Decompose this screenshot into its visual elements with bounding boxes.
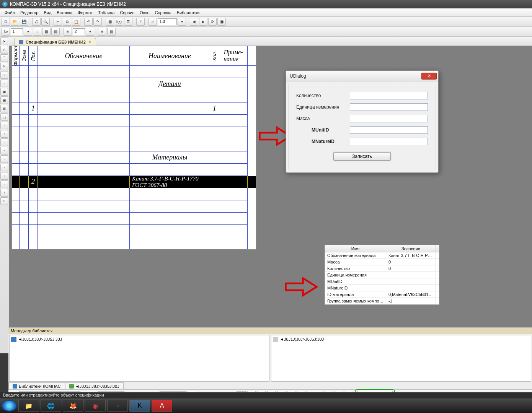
spec-row-empty[interactable]: [12, 66, 256, 78]
task-app2[interactable]: ▫: [107, 400, 128, 412]
spec-row-selected[interactable]: 2 Канат 3,7-Г-В-С-Н-Р-1770 ГОСТ 3067-88: [12, 176, 256, 188]
input-mass[interactable]: [350, 115, 428, 122]
text-a-icon[interactable]: A: [0, 46, 8, 54]
task-chrome[interactable]: 🌐: [41, 400, 61, 412]
menu-format[interactable]: Формат: [75, 10, 95, 16]
grid-row-6[interactable]: ID материала0;Material:V63C5B31DD...: [325, 291, 439, 298]
style-dd-icon[interactable]: ▾: [86, 28, 94, 36]
zoom-dropdown-icon[interactable]: ▾: [178, 18, 186, 26]
page-dd-icon[interactable]: ▾: [24, 28, 32, 36]
grid-row-0[interactable]: Обозначение материалаКанат 3,7-Г-В-С-Н-Р…: [325, 252, 439, 259]
spec-section-details[interactable]: Детали: [12, 78, 256, 90]
library-pane-left[interactable]: ◄J8J1J;J8J>J8J5J:J0J: [9, 335, 269, 382]
input-unit[interactable]: [350, 103, 428, 111]
spec-row-empty6[interactable]: [12, 164, 256, 176]
spec-section-materials[interactable]: Материалы: [12, 151, 256, 164]
nav-prev-icon[interactable]: ◀: [190, 18, 198, 26]
input-qty[interactable]: [350, 92, 428, 99]
grid-row-2[interactable]: Количество0: [325, 265, 439, 272]
undo-icon[interactable]: ↶: [84, 18, 93, 26]
tool13-icon[interactable]: ▫: [0, 172, 8, 180]
spec-row-empty10[interactable]: [12, 225, 256, 237]
grid-row-5[interactable]: MNatureID: [325, 285, 439, 291]
align-icon[interactable]: ≡: [64, 28, 72, 36]
fx-icon[interactable]: f(x): [115, 18, 123, 26]
tool5-icon[interactable]: ☰: [0, 105, 8, 112]
spec-row-empty11[interactable]: [12, 237, 256, 249]
print-icon[interactable]: 🖨: [32, 18, 41, 26]
menu-table[interactable]: Таблица: [96, 10, 117, 16]
cut-icon[interactable]: ✂: [54, 18, 62, 26]
refresh-icon[interactable]: ⟳: [208, 18, 217, 26]
tool9-icon[interactable]: ▫: [0, 138, 8, 146]
tool14-icon[interactable]: ▫: [0, 180, 8, 188]
style-input[interactable]: [73, 28, 85, 35]
close-tab-icon[interactable]: ×: [88, 40, 92, 44]
window-tile-icon[interactable]: ▣: [217, 18, 226, 26]
nav-next-icon[interactable]: ▶: [199, 18, 207, 26]
spec-icon[interactable]: ☰: [0, 54, 8, 62]
input-munitid[interactable]: [350, 126, 428, 134]
page-input[interactable]: [11, 28, 23, 35]
menu-service[interactable]: Сервис: [117, 10, 137, 16]
save-icon[interactable]: 💾: [20, 18, 28, 26]
cursor-icon[interactable]: ➤: [0, 37, 8, 45]
list-icon[interactable]: ≡: [98, 28, 106, 36]
write-button[interactable]: Записать: [333, 152, 391, 161]
number-icon[interactable]: №: [2, 28, 10, 36]
spec-row-empty8[interactable]: [12, 200, 256, 213]
vars-icon[interactable]: ≣: [124, 18, 132, 26]
tool7-icon[interactable]: ▫: [0, 122, 8, 129]
tool10-icon[interactable]: ▫: [0, 147, 8, 154]
tool8-icon[interactable]: ▫: [0, 130, 8, 138]
sigma-icon[interactable]: Σ: [0, 197, 8, 205]
tool3-icon[interactable]: ▣: [0, 88, 8, 96]
paste-icon[interactable]: 📋: [72, 18, 80, 26]
document-tab[interactable]: Спецификация БЕЗ ИМЕНИ2 ×: [15, 38, 96, 46]
input-mnatureid[interactable]: [350, 138, 428, 145]
zoom-fit-icon[interactable]: ⤢: [149, 18, 157, 26]
grid-row-4[interactable]: MUnitID: [325, 278, 439, 285]
redo-icon[interactable]: ↷: [93, 18, 102, 26]
new-icon[interactable]: 🗋: [2, 18, 10, 26]
menu-insert[interactable]: Вставка: [54, 10, 75, 16]
menu-file[interactable]: Файл: [2, 10, 17, 16]
tool1-icon[interactable]: ▫: [0, 71, 8, 79]
menu-help[interactable]: Справка: [153, 10, 174, 16]
menu-edit[interactable]: Редактор: [18, 10, 41, 16]
spec-row-empty2[interactable]: [12, 90, 256, 102]
lib-tab-kompas[interactable]: Библиотеки КОМПАС: [8, 382, 65, 390]
spec-row-empty5[interactable]: [12, 139, 256, 151]
sort-asc-icon[interactable]: ↕: [33, 28, 41, 36]
menu-view[interactable]: Вид: [41, 10, 54, 16]
edit-icon[interactable]: ✎: [0, 63, 8, 70]
grid-row-3[interactable]: Единица измерения: [325, 272, 439, 278]
copy-icon[interactable]: ⧉: [63, 18, 71, 26]
tool4-icon[interactable]: ▣: [0, 96, 8, 104]
open-icon[interactable]: 📂: [11, 18, 19, 26]
lib-tab-other[interactable]: ◄J8J1J;J8J>J8J5J:J0J: [65, 382, 124, 390]
task-explorer[interactable]: 📁: [18, 400, 39, 412]
task-firefox[interactable]: 🦊: [63, 400, 83, 412]
preview-icon[interactable]: 🔍: [41, 18, 50, 26]
tool6-icon[interactable]: ⬚: [0, 113, 8, 121]
tool12-icon[interactable]: ▫: [0, 164, 8, 171]
task-acrobat[interactable]: A: [152, 400, 172, 412]
spec-row-1[interactable]: 1 1: [12, 102, 256, 115]
start-button[interactable]: [2, 400, 17, 411]
library-pane-right[interactable]: ◄J8J1J;J8J>J8J5J:J0J: [271, 335, 531, 382]
grid-row-7[interactable]: Группа заменяемых компон...-1: [325, 298, 439, 304]
grid1-icon[interactable]: ▦: [42, 28, 51, 36]
spec-row-empty7[interactable]: [12, 188, 256, 200]
menu-window[interactable]: Окно: [137, 10, 152, 16]
spec-row-empty4[interactable]: [12, 127, 256, 139]
tool2-icon[interactable]: ▫: [0, 80, 8, 87]
task-kompas[interactable]: K: [129, 400, 150, 412]
tool11-icon[interactable]: ▫: [0, 155, 8, 163]
spec-row-empty9[interactable]: [12, 213, 256, 225]
tool15-icon[interactable]: ▫: [0, 189, 8, 197]
zoom-input[interactable]: [158, 18, 177, 25]
menu-libraries[interactable]: Библиотеки: [175, 10, 202, 16]
help-icon[interactable]: ?: [136, 18, 145, 26]
list2-icon[interactable]: ▤: [107, 28, 116, 36]
